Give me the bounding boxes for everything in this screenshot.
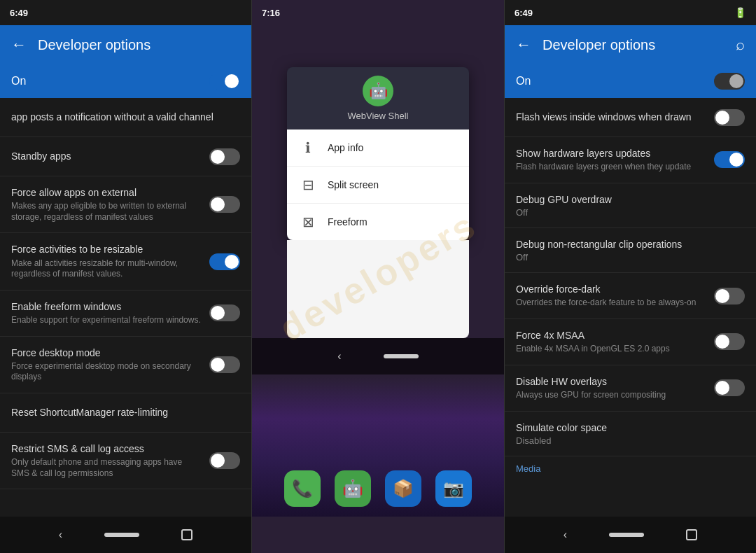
middle-home-button[interactable] (384, 354, 419, 358)
middle-nav-bar: ‹ (252, 338, 504, 374)
right-setting-debug-clip-value: Off (516, 252, 745, 262)
app-dock: 📞 🤖 📦 📷 (252, 461, 504, 517)
left-setting-force-external-subtitle: Makes any app eligible to be written to … (11, 201, 201, 223)
left-setting-resizable[interactable]: Force activities to be resizable Make al… (0, 233, 251, 290)
left-resizable-toggle[interactable] (209, 253, 240, 270)
right-setting-flash-views[interactable]: Flash views inside windows when drawn (505, 98, 756, 137)
right-back-nav[interactable]: ‹ (564, 528, 567, 541)
right-setting-debug-gpu-title: Debug GPU overdraw (516, 193, 745, 206)
left-setting-freeform[interactable]: Enable freeform windows Enable support f… (0, 290, 251, 337)
split-screen-icon: ⊟ (298, 175, 318, 195)
switcher-card[interactable]: 🤖 WebView Shell ℹ App info ⊟ Split scree… (287, 67, 469, 240)
dock-camera-icon[interactable]: 📷 (435, 470, 472, 507)
left-setting-resizable-subtitle: Make all activities resizable for multi-… (11, 258, 201, 280)
right-hardware-layers-toggle[interactable] (714, 151, 745, 168)
right-setting-msaa-title: Force 4x MSAA (516, 329, 706, 342)
left-setting-desktop-title: Force desktop mode (11, 346, 201, 359)
right-setting-color-space-title: Simulate color space (516, 421, 745, 434)
middle-back-nav[interactable]: ‹ (337, 350, 341, 363)
left-setting-desktop[interactable]: Force desktop mode Force experimental de… (0, 337, 251, 393)
middle-time: 7:16 (262, 8, 280, 18)
right-setting-hw-overlays[interactable]: Disable HW overlays Always use GPU for s… (505, 365, 756, 412)
menu-item-splitscreen[interactable]: ⊟ Split screen (287, 167, 469, 204)
right-time: 6:49 (514, 8, 533, 18)
right-force-dark-toggle[interactable] (714, 288, 745, 304)
menu-item-freeform-label: Freeform (328, 216, 368, 227)
left-setting-notification[interactable]: app posts a notification without a valid… (0, 98, 251, 137)
left-on-bar: On (0, 64, 251, 98)
left-setting-shortcut-title: Reset ShortcutManager rate-limiting (11, 406, 240, 419)
left-setting-sms-title: Restrict SMS & call log access (11, 442, 201, 455)
left-back-button[interactable]: ← (11, 36, 27, 54)
left-desktop-toggle[interactable] (209, 356, 240, 373)
app-switcher: 🤖 WebView Shell ℹ App info ⊟ Split scree… (252, 25, 504, 338)
left-sms-toggle[interactable] (209, 452, 240, 469)
card-header: 🤖 WebView Shell (287, 67, 469, 130)
right-home-button[interactable] (609, 533, 644, 537)
right-setting-debug-gpu[interactable]: Debug GPU overdraw Off (505, 183, 756, 228)
left-setting-resizable-title: Force activities to be resizable (11, 243, 201, 255)
left-freeform-toggle[interactable] (209, 304, 240, 321)
left-setting-freeform-title: Enable freeform windows (11, 300, 201, 313)
right-settings-list: Flash views inside windows when drawn Sh… (505, 98, 756, 517)
left-status-bar: 6:49 (0, 0, 251, 25)
left-settings-list: app posts a notification without a valid… (0, 98, 251, 517)
left-recents-button[interactable] (181, 529, 192, 540)
right-setting-hardware-layers[interactable]: Show hardware layers updates Flash hardw… (505, 137, 756, 183)
dock-android-icon[interactable]: 🤖 (335, 470, 371, 507)
dock-phone-icon[interactable]: 📞 (284, 470, 321, 507)
right-search-button[interactable]: ⌕ (736, 36, 745, 54)
freeform-icon: ⊠ (298, 212, 318, 232)
right-status-bar: 6:49 🔋 (505, 0, 756, 25)
left-nav-bar: ‹ (0, 517, 251, 553)
right-on-label: On (516, 75, 531, 88)
menu-item-appinfo[interactable]: ℹ App info (287, 130, 469, 167)
left-master-toggle[interactable] (209, 73, 240, 90)
right-setting-debug-clip[interactable]: Debug non-rectangular clip operations Of… (505, 228, 756, 273)
left-setting-standby-title: Standby apps (11, 150, 201, 162)
battery-icon: 🔋 (734, 7, 746, 18)
app-info-icon: ℹ (298, 138, 318, 158)
left-setting-notification-title: app posts a notification without a valid… (11, 111, 240, 123)
right-setting-hardware-layers-subtitle: Flash hardware layers green when they up… (516, 162, 706, 173)
right-setting-flash-views-title: Flash views inside windows when drawn (516, 111, 706, 123)
left-home-button[interactable] (104, 533, 139, 537)
right-flash-views-toggle[interactable] (714, 109, 745, 126)
card-app-icon: 🤖 (363, 76, 393, 106)
right-master-toggle-knob (729, 74, 743, 88)
card-menu: ℹ App info ⊟ Split screen ⊠ Freeform (287, 130, 469, 240)
right-back-button[interactable]: ← (516, 36, 531, 54)
right-setting-color-space[interactable]: Simulate color space Disabled (505, 412, 756, 456)
right-recents-button[interactable] (686, 529, 697, 540)
right-setting-force-dark-subtitle: Overrides the force-dark feature to be a… (516, 298, 706, 309)
middle-status-bar: 7:16 (252, 0, 504, 25)
right-setting-hw-overlays-subtitle: Always use GPU for screen compositing (516, 390, 706, 401)
right-setting-force-dark[interactable]: Override force-dark Overrides the force-… (505, 273, 756, 319)
right-nav-bar: ‹ (505, 517, 756, 553)
left-time: 6:49 (10, 8, 28, 18)
left-setting-force-external[interactable]: Force allow apps on external Makes any a… (0, 176, 251, 233)
left-on-label: On (11, 75, 26, 88)
left-force-external-toggle[interactable] (209, 196, 240, 213)
left-setting-desktop-subtitle: Force experimental desktop mode on secon… (11, 361, 201, 383)
right-setting-msaa[interactable]: Force 4x MSAA Enable 4x MSAA in OpenGL E… (505, 319, 756, 365)
left-toolbar: ← Developer options (0, 25, 251, 64)
dock-fdroid-icon[interactable]: 📦 (385, 470, 421, 507)
left-setting-sms[interactable]: Restrict SMS & call log access Only defa… (0, 433, 251, 489)
right-page-title: Developer options (542, 37, 724, 53)
right-hw-overlays-toggle[interactable] (714, 379, 745, 396)
right-msaa-toggle[interactable] (714, 333, 745, 350)
left-setting-freeform-subtitle: Enable support for experimental freeform… (11, 315, 201, 326)
right-setting-hardware-layers-title: Show hardware layers updates (516, 147, 706, 160)
left-back-nav[interactable]: ‹ (59, 528, 62, 541)
left-standby-toggle[interactable] (209, 148, 240, 165)
right-setting-hw-overlays-title: Disable HW overlays (516, 375, 706, 388)
menu-item-freeform[interactable]: ⊠ Freeform (287, 204, 469, 240)
left-setting-standby[interactable]: Standby apps (0, 137, 251, 176)
right-master-toggle[interactable] (714, 73, 745, 90)
menu-item-appinfo-label: App info (328, 142, 363, 153)
left-setting-shortcut[interactable]: Reset ShortcutManager rate-limiting (0, 393, 251, 433)
right-panel: 6:49 🔋 ← Developer options ⌕ On Flash vi… (504, 0, 756, 553)
right-setting-debug-clip-title: Debug non-rectangular clip operations (516, 238, 745, 251)
right-section-media: Media (505, 456, 756, 477)
